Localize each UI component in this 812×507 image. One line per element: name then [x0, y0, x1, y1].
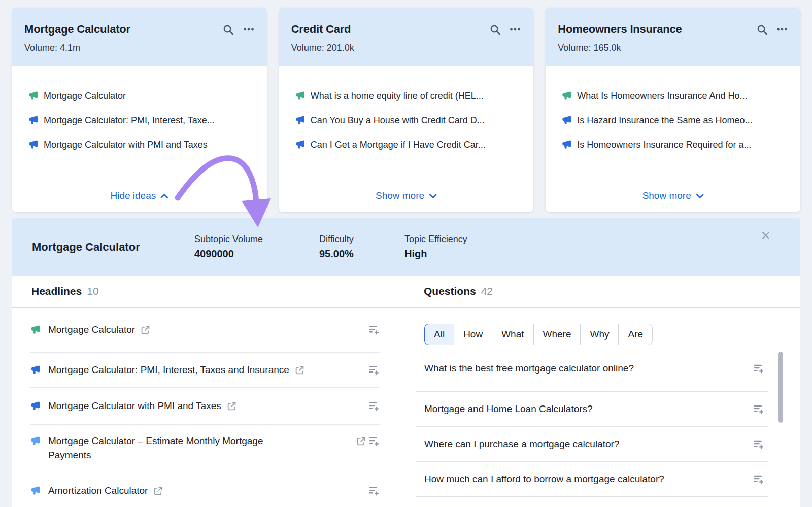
- more-menu-icon[interactable]: [509, 23, 521, 36]
- topic-card-credit-card: Credit Card Volume: 201.0k: [279, 8, 534, 212]
- chevron-up-icon: [160, 193, 168, 199]
- add-to-list-icon[interactable]: [368, 324, 380, 336]
- filter-where[interactable]: Where: [533, 324, 581, 345]
- more-menu-icon[interactable]: [776, 23, 788, 36]
- filter-why[interactable]: Why: [580, 324, 619, 345]
- megaphone-icon: [28, 91, 39, 101]
- idea-item[interactable]: Is Homeowners Insurance Required for a..…: [562, 132, 788, 157]
- question-label: Mortgage and Home Loan Calculators?: [424, 403, 593, 415]
- hide-ideas-button[interactable]: Hide ideas: [12, 190, 267, 202]
- topic-cards-row: Mortgage Calculator Volume: 4.1m: [12, 8, 800, 212]
- external-link-icon[interactable]: [295, 365, 304, 375]
- card-header: Homeowners Insurance Volume: 165.0k: [546, 8, 800, 66]
- search-icon[interactable]: [222, 23, 234, 36]
- card-body: Mortgage Calculator Mortgage Calculator:…: [12, 66, 267, 212]
- show-more-label: Show more: [642, 190, 691, 201]
- headlines-header: Headlines 10: [12, 276, 404, 308]
- stat-subtopic-volume: Subtopic Volume 4090000: [182, 230, 307, 264]
- filter-all[interactable]: All: [424, 324, 454, 345]
- chevron-down-icon: [429, 193, 437, 199]
- card-header: Mortgage Calculator Volume: 4.1m: [12, 8, 267, 66]
- idea-label: Is Homeowners Insurance Required for a..…: [577, 140, 751, 150]
- questions-header: Questions 42: [404, 276, 800, 308]
- headline-label: Mortgage Calculator: [48, 323, 135, 337]
- idea-item[interactable]: Is Hazard Insurance the Same as Homeo...: [562, 108, 788, 132]
- megaphone-icon: [30, 436, 41, 446]
- headlines-count: 10: [87, 285, 98, 297]
- add-to-list-icon[interactable]: [368, 364, 380, 376]
- external-link-icon[interactable]: [153, 486, 163, 496]
- idea-label: Can You Buy a House with Credit Card D..…: [311, 115, 485, 126]
- subtopic-detail-header: Mortgage Calculator Subtopic Volume 4090…: [12, 218, 800, 276]
- headline-item: Mortgage Calculator – Estimate Monthly M…: [30, 425, 380, 474]
- add-to-list-icon[interactable]: [368, 485, 380, 497]
- detail-title: Mortgage Calculator: [12, 241, 182, 254]
- idea-item[interactable]: Can You Buy a House with Credit Card D..…: [295, 108, 522, 132]
- filter-how[interactable]: How: [454, 324, 492, 345]
- megaphone-icon: [28, 115, 39, 125]
- add-to-list-icon[interactable]: [753, 473, 765, 485]
- idea-label: Can I Get a Mortgage if I Have Credit Ca…: [311, 140, 486, 150]
- external-link-icon[interactable]: [141, 325, 150, 335]
- headline-label: Mortgage Calculator with PMI and Taxes: [48, 399, 221, 413]
- card-volume: Volume: 165.0k: [558, 43, 788, 53]
- headline-item: Mortgage Calculator with PMI and Taxes: [30, 388, 380, 425]
- search-icon[interactable]: [489, 23, 501, 36]
- idea-item[interactable]: What is a home equity line of credit (HE…: [295, 84, 522, 108]
- idea-label: What Is Homeowners Insurance And Ho...: [577, 91, 747, 102]
- headlines-column: Headlines 10 Mortgage Calculator Mortgag…: [12, 276, 404, 507]
- megaphone-icon: [30, 365, 41, 375]
- subtopic-detail-body: Headlines 10 Mortgage Calculator Mortgag…: [12, 276, 800, 507]
- card-volume: Volume: 4.1m: [24, 43, 255, 53]
- show-more-button[interactable]: Show more: [279, 190, 534, 202]
- show-more-label: Show more: [376, 190, 424, 201]
- megaphone-icon: [295, 140, 306, 150]
- idea-label: What is a home equity line of credit (HE…: [311, 91, 484, 102]
- question-filters: All How What Where Why Are: [424, 324, 800, 345]
- idea-item[interactable]: Mortgage Calculator: [28, 84, 255, 108]
- megaphone-icon: [562, 91, 572, 101]
- idea-label: Mortgage Calculator: PMI, Interest, Taxe…: [44, 115, 215, 126]
- idea-item[interactable]: Mortgage Calculator with PMI and Taxes: [28, 132, 255, 157]
- idea-item[interactable]: Mortgage Calculator: PMI, Interest, Taxe…: [28, 108, 255, 132]
- add-to-list-icon[interactable]: [753, 438, 765, 450]
- headlines-list: Mortgage Calculator Mortgage Calculator:…: [12, 308, 404, 507]
- megaphone-icon: [295, 115, 306, 125]
- questions-scrollbar[interactable]: [778, 352, 783, 423]
- external-link-icon[interactable]: [356, 436, 366, 446]
- add-to-list-icon[interactable]: [753, 403, 765, 415]
- megaphone-icon: [562, 115, 572, 125]
- stat-label: Subtopic Volume: [194, 234, 307, 245]
- headline-label: Mortgage Calculator: PMI, Interest, Taxe…: [48, 363, 289, 377]
- card-volume: Volume: 201.0k: [291, 43, 522, 53]
- megaphone-icon: [30, 401, 41, 411]
- filter-what[interactable]: What: [492, 324, 533, 345]
- search-icon[interactable]: [756, 23, 768, 36]
- idea-item[interactable]: Can I Get a Mortgage if I Have Credit Ca…: [295, 132, 522, 157]
- question-item: What is the best free mortgage calculato…: [416, 345, 768, 392]
- stat-label: Difficulty: [319, 234, 392, 245]
- megaphone-icon: [30, 325, 41, 335]
- idea-label: Mortgage Calculator: [44, 91, 126, 102]
- question-label: Where can I purchase a mortgage calculat…: [424, 438, 619, 450]
- question-label: How much can I afford to borrow a mortga…: [424, 474, 664, 485]
- more-menu-icon[interactable]: [243, 23, 255, 36]
- headline-item: Amortization Calculator: [30, 474, 380, 507]
- question-item: How much can I afford to borrow a mortga…: [416, 462, 768, 497]
- add-to-list-icon[interactable]: [368, 435, 380, 447]
- add-to-list-icon[interactable]: [753, 362, 765, 375]
- filter-are[interactable]: Are: [618, 324, 653, 345]
- questions-list: What is the best free mortgage calculato…: [404, 345, 800, 497]
- stat-difficulty: Difficulty 95.00%: [307, 230, 392, 264]
- add-to-list-icon[interactable]: [368, 400, 380, 412]
- show-more-button[interactable]: Show more: [546, 190, 800, 202]
- close-icon[interactable]: [761, 230, 771, 241]
- headline-item: Mortgage Calculator: [30, 308, 380, 353]
- card-body: What is a home equity line of credit (HE…: [279, 66, 534, 212]
- card-body: What Is Homeowners Insurance And Ho... I…: [546, 66, 800, 212]
- chevron-down-icon: [696, 193, 704, 199]
- idea-item[interactable]: What Is Homeowners Insurance And Ho...: [562, 84, 788, 108]
- topic-card-homeowners-insurance: Homeowners Insurance Volume: 165.0k: [546, 8, 800, 212]
- megaphone-icon: [30, 486, 41, 496]
- external-link-icon[interactable]: [227, 401, 236, 411]
